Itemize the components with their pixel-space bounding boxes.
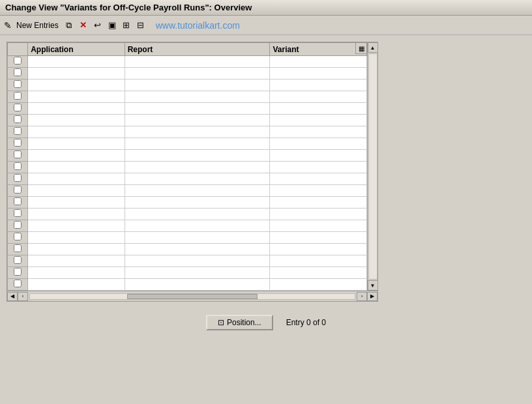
cell-report[interactable] — [125, 138, 270, 150]
cell-variant[interactable] — [270, 126, 367, 138]
row-checkbox-cell[interactable] — [8, 209, 28, 220]
cell-variant[interactable] — [270, 103, 367, 115]
row-checkbox[interactable] — [14, 209, 22, 217]
scroll-track-vertical[interactable] — [368, 53, 377, 280]
cell-report[interactable] — [125, 173, 270, 185]
copy-icon[interactable]: ⧉ — [63, 20, 75, 31]
column-settings-button[interactable]: ▦ — [355, 42, 367, 54]
row-checkbox-cell[interactable] — [8, 150, 28, 162]
row-checkbox-cell[interactable] — [8, 185, 28, 197]
cell-application[interactable] — [28, 91, 125, 103]
cell-application[interactable] — [28, 185, 125, 197]
cell-variant[interactable] — [270, 91, 367, 103]
cell-report[interactable] — [125, 150, 270, 162]
cell-variant[interactable] — [270, 267, 367, 279]
undo-icon[interactable]: ↩ — [92, 20, 104, 31]
row-checkbox-cell[interactable] — [8, 279, 28, 291]
cell-report[interactable] — [125, 162, 270, 173]
cell-variant[interactable] — [270, 150, 367, 162]
row-checkbox[interactable] — [14, 80, 22, 88]
scroll-right-button[interactable]: › — [357, 292, 367, 301]
cell-application[interactable] — [28, 220, 125, 232]
row-checkbox[interactable] — [14, 151, 22, 158]
cell-report[interactable] — [125, 209, 270, 220]
cell-application[interactable] — [28, 255, 125, 267]
cell-variant[interactable] — [270, 79, 367, 91]
cell-application[interactable] — [28, 126, 125, 138]
position-button[interactable]: ⊡ Position... — [206, 315, 273, 330]
row-checkbox[interactable] — [14, 221, 22, 229]
row-checkbox[interactable] — [14, 139, 22, 147]
row-checkbox[interactable] — [14, 280, 22, 287]
cell-report[interactable] — [125, 56, 270, 68]
row-checkbox-cell[interactable] — [8, 197, 28, 209]
row-checkbox[interactable] — [14, 92, 22, 100]
cell-variant[interactable] — [270, 255, 367, 267]
delete-icon[interactable]: ✕ — [78, 20, 89, 31]
cell-variant[interactable] — [270, 185, 367, 197]
scroll-track-horizontal[interactable] — [29, 293, 355, 300]
row-checkbox[interactable] — [14, 162, 22, 170]
transport-icon[interactable]: ⊞ — [121, 20, 132, 31]
cell-variant[interactable] — [270, 279, 367, 291]
row-checkbox[interactable] — [14, 256, 22, 264]
cell-report[interactable] — [125, 185, 270, 197]
cell-report[interactable] — [125, 115, 270, 126]
row-checkbox[interactable] — [14, 127, 22, 135]
row-checkbox-cell[interactable] — [8, 173, 28, 185]
cell-application[interactable] — [28, 244, 125, 255]
cell-variant[interactable] — [270, 244, 367, 255]
row-checkbox-cell[interactable] — [8, 103, 28, 115]
cell-report[interactable] — [125, 91, 270, 103]
cell-variant[interactable] — [270, 115, 367, 126]
cell-application[interactable] — [28, 209, 125, 220]
scroll-left-far-button[interactable]: ◀ — [7, 292, 18, 301]
row-checkbox[interactable] — [14, 57, 22, 65]
cell-application[interactable] — [28, 56, 125, 68]
row-checkbox[interactable] — [14, 115, 22, 123]
row-checkbox[interactable] — [14, 186, 22, 194]
cell-report[interactable] — [125, 267, 270, 279]
cell-report[interactable] — [125, 220, 270, 232]
row-checkbox-cell[interactable] — [8, 91, 28, 103]
cell-application[interactable] — [28, 279, 125, 291]
row-checkbox[interactable] — [14, 68, 22, 76]
cell-application[interactable] — [28, 173, 125, 185]
cell-report[interactable] — [125, 279, 270, 291]
cell-variant[interactable] — [270, 138, 367, 150]
cell-application[interactable] — [28, 138, 125, 150]
scroll-left-button[interactable]: ‹ — [18, 292, 28, 301]
row-checkbox-cell[interactable] — [8, 244, 28, 255]
cell-application[interactable] — [28, 79, 125, 91]
settings-icon[interactable]: ⊟ — [135, 20, 147, 31]
cell-variant[interactable] — [270, 209, 367, 220]
cell-variant[interactable] — [270, 162, 367, 173]
row-checkbox-cell[interactable] — [8, 162, 28, 173]
cell-application[interactable] — [28, 232, 125, 244]
cell-application[interactable] — [28, 115, 125, 126]
cell-report[interactable] — [125, 126, 270, 138]
cell-report[interactable] — [125, 232, 270, 244]
row-checkbox-cell[interactable] — [8, 79, 28, 91]
cell-variant[interactable] — [270, 197, 367, 209]
cell-report[interactable] — [125, 255, 270, 267]
row-checkbox-cell[interactable] — [8, 56, 28, 68]
cell-report[interactable] — [125, 103, 270, 115]
cell-application[interactable] — [28, 197, 125, 209]
scroll-up-button[interactable]: ▲ — [368, 42, 378, 53]
cell-application[interactable] — [28, 162, 125, 173]
cell-report[interactable] — [125, 68, 270, 79]
new-entries-button[interactable]: New Entries — [14, 20, 61, 31]
row-checkbox[interactable] — [14, 244, 22, 252]
row-checkbox-cell[interactable] — [8, 68, 28, 79]
row-checkbox[interactable] — [14, 233, 22, 240]
cell-application[interactable] — [28, 68, 125, 79]
row-checkbox-cell[interactable] — [8, 267, 28, 279]
row-checkbox-cell[interactable] — [8, 115, 28, 126]
cell-variant[interactable] — [270, 232, 367, 244]
cell-application[interactable] — [28, 103, 125, 115]
row-checkbox[interactable] — [14, 174, 22, 182]
cell-application[interactable] — [28, 150, 125, 162]
cell-application[interactable] — [28, 267, 125, 279]
cell-variant[interactable] — [270, 68, 367, 79]
